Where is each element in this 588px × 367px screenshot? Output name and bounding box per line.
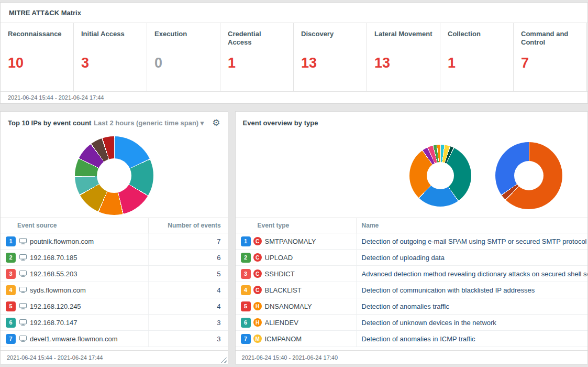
donut-chart-event-types[interactable] [409, 145, 471, 207]
tactic-count[interactable]: 13 [301, 55, 359, 71]
rank-badge: 7 [6, 334, 16, 344]
time-span-label: Last 2 hours (generic time span) [94, 119, 198, 127]
mitre-column-initial-access[interactable]: Initial Access 3 [74, 23, 147, 91]
severity-icon: C [253, 237, 262, 245]
column-header-event-source: Event source [1, 218, 148, 233]
rank-badge: 4 [6, 285, 16, 295]
mitre-column-execution[interactable]: Execution 0 [147, 23, 220, 91]
table-row[interactable]: 7 devel1.vmware.flowmon.com 3 [1, 331, 228, 347]
severity-icon: C [253, 286, 262, 294]
host-icon [17, 319, 30, 326]
host-icon [17, 336, 30, 342]
table-row[interactable]: 1 poutnik.flowmon.com 7 [1, 233, 228, 250]
widget-header: Top 10 IPs by event count Last 2 hours (… [1, 112, 228, 134]
table-row[interactable]: 3 C SSHDICT Advanced detection method re… [236, 266, 587, 282]
top-ips-chart-zone [1, 134, 228, 218]
event-source: 192.168.55.203 [30, 270, 148, 278]
rank-badge: 6 [6, 318, 16, 328]
event-source: poutnik.flowmon.com [30, 238, 148, 245]
tactic-label: Initial Access [81, 30, 139, 48]
time-span-selector[interactable]: Last 2 hours (generic time span) ▾ [94, 119, 204, 127]
event-type: ICMPANOM [265, 335, 356, 343]
top-ips-widget: Top 10 IPs by event count Last 2 hours (… [0, 111, 228, 364]
event-source: devel1.vmware.flowmon.com [30, 335, 148, 343]
table-row[interactable]: 2 C UPLOAD Detection of uploading data [236, 250, 587, 266]
event-name: Detection of communication with blacklis… [356, 282, 587, 298]
tactic-count[interactable]: 7 [521, 55, 579, 71]
table-row[interactable]: 1 C SMTPANOMALY Detection of outgoing e-… [236, 233, 587, 250]
table-row[interactable]: 7 M ICMPANOM Detection of anomalies in I… [236, 331, 587, 347]
widgets-row: Top 10 IPs by event count Last 2 hours (… [0, 111, 588, 364]
event-name: Detection of anomalies traffic [356, 298, 587, 314]
donut-chart-event-priorities[interactable] [495, 142, 562, 209]
table-row[interactable]: 3 192.168.55.203 5 [1, 266, 228, 282]
donut-chart-top-ips[interactable] [75, 136, 153, 215]
event-name: Detection of unknown devices in the netw… [356, 315, 587, 330]
event-name: Advanced detection method revealing dict… [356, 266, 587, 282]
mitre-column-command-and-control[interactable]: Command and Control 7 [514, 23, 587, 91]
table-row[interactable]: 5 192.168.120.245 4 [1, 298, 228, 315]
mitre-tactics-grid: Reconnaissance 10 Initial Access 3 Execu… [1, 23, 587, 91]
tactic-label: Execution [154, 30, 213, 48]
event-count: 5 [148, 266, 228, 282]
tactic-count[interactable]: 1 [228, 55, 286, 71]
table-row[interactable]: 5 H DNSANOMALY Detection of anomalies tr… [236, 298, 587, 315]
rank-badge: 7 [241, 334, 251, 344]
tactic-count[interactable]: 3 [81, 55, 139, 71]
dashboard: MITRE ATT&CK Matrix Reconnaissance 10 In… [0, 0, 588, 364]
severity-icon: M [253, 334, 262, 343]
time-range-label: 2021-06-24 15:44 - 2021-06-24 17:44 [1, 91, 587, 103]
column-header-number-of-events: Number of events [148, 218, 228, 233]
event-name: Detection of uploading data [356, 250, 587, 265]
event-type: SSHDICT [265, 270, 356, 278]
host-icon [17, 238, 30, 244]
mitre-column-credential-access[interactable]: Credential Access 1 [220, 23, 294, 91]
host-icon [17, 254, 30, 261]
resize-handle[interactable] [221, 357, 227, 363]
event-source: 192.168.70.147 [30, 319, 148, 327]
tactic-count[interactable]: 0 [154, 55, 213, 71]
tactic-count[interactable]: 1 [448, 55, 506, 71]
table-row[interactable]: 4 syds.flowmon.com 4 [1, 282, 228, 298]
tactic-label: Command and Control [521, 30, 579, 48]
table-row[interactable]: 4 C BLACKLIST Detection of communication… [236, 282, 587, 298]
event-overview-chart-zone [236, 134, 587, 218]
table-row[interactable]: 2 192.168.70.185 6 [1, 250, 228, 266]
rank-badge: 6 [241, 318, 251, 328]
event-type: BLACKLIST [265, 286, 356, 294]
event-count: 4 [148, 298, 228, 314]
severity-icon: H [253, 302, 262, 310]
column-header-name: Name [356, 218, 587, 233]
mitre-column-reconnaissance[interactable]: Reconnaissance 10 [1, 23, 74, 91]
rank-badge: 5 [241, 301, 251, 311]
mitre-column-discovery[interactable]: Discovery 13 [294, 23, 367, 91]
host-icon [17, 271, 30, 277]
rank-badge: 3 [241, 269, 251, 279]
widget-header: Event overview by type [236, 112, 587, 134]
tactic-label: Reconnaissance [8, 30, 66, 48]
host-icon [17, 287, 30, 293]
mitre-attack-panel: MITRE ATT&CK Matrix Reconnaissance 10 In… [0, 2, 588, 104]
table-header: Event type Name [236, 218, 587, 233]
rank-badge: 1 [6, 236, 16, 246]
severity-icon: H [253, 318, 262, 327]
table-row[interactable]: 6 192.168.70.147 3 [1, 315, 228, 331]
tactic-count[interactable]: 13 [374, 55, 432, 71]
event-count: 6 [148, 250, 228, 265]
top-ips-table-body: 1 poutnik.flowmon.com 7 2 192.168.70.185… [1, 233, 228, 347]
gear-icon[interactable]: ⚙ [212, 118, 220, 127]
mitre-column-collection[interactable]: Collection 1 [440, 23, 514, 91]
event-name: Detection of outgoing e-mail SPAM using … [356, 233, 587, 249]
event-count: 3 [148, 331, 228, 347]
chevron-down-icon: ▾ [201, 119, 204, 127]
time-range-label: 2021-06-24 15:44 - 2021-06-24 17:44 [7, 354, 103, 361]
table-row[interactable]: 6 H ALIENDEV Detection of unknown device… [236, 315, 587, 331]
mitre-column-lateral-movement[interactable]: Lateral Movement 13 [367, 23, 440, 91]
tactic-count[interactable]: 10 [8, 55, 66, 71]
host-icon [17, 303, 30, 309]
event-source: 192.168.70.185 [30, 254, 148, 262]
time-range-label: 2021-06-24 15:40 - 2021-06-24 17:40 [242, 354, 338, 361]
event-count: 4 [148, 282, 228, 298]
panel-title: MITRE ATT&CK Matrix [9, 9, 81, 17]
widget-footer: 2021-06-24 15:44 - 2021-06-24 17:44 [1, 350, 228, 364]
